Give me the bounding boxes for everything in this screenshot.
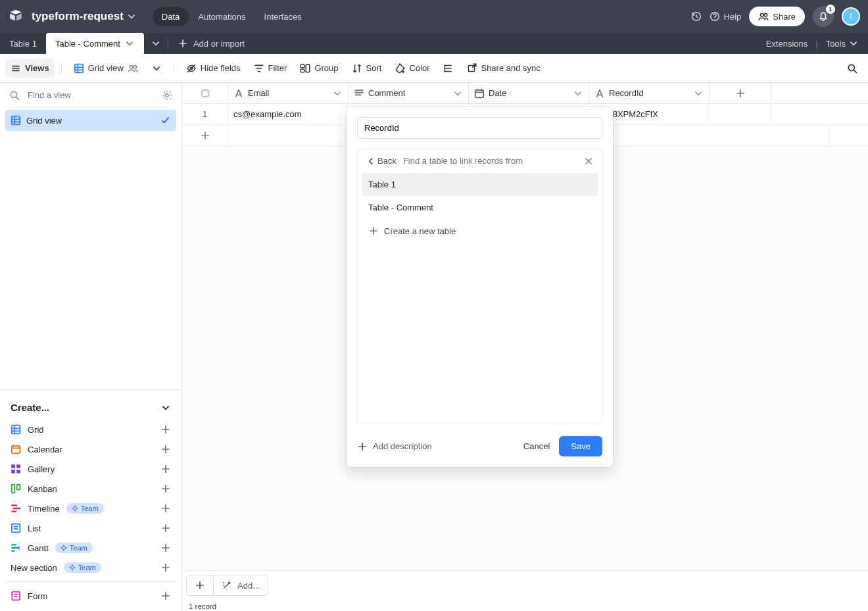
create-gallery[interactable]: Gallery — [5, 459, 176, 479]
row-number[interactable]: 1 — [182, 104, 228, 124]
view-menu-button[interactable] — [146, 59, 167, 78]
tab-interfaces[interactable]: Interfaces — [255, 7, 311, 26]
current-view-button[interactable]: Grid view — [68, 59, 143, 78]
plus-icon — [195, 580, 205, 591]
hide-fields-button[interactable]: Hide fields — [181, 59, 246, 78]
column-header-recordid[interactable]: RecordId — [589, 83, 710, 103]
tab-data[interactable]: Data — [153, 7, 189, 26]
plus-icon — [160, 543, 171, 553]
add-description-button[interactable]: Add description — [357, 441, 432, 452]
grid-area: Email Comment Date RecordId 1 cs@e — [182, 83, 868, 611]
tab-automations[interactable]: Automations — [189, 7, 254, 26]
group-button[interactable]: Group — [295, 59, 343, 78]
plus-icon — [160, 503, 171, 514]
grid-header-row: Email Comment Date RecordId — [182, 83, 868, 104]
cell-extra — [710, 104, 771, 124]
link-table-panel: Back Table 1 Table - Comment Create a ne… — [357, 148, 602, 424]
share-icon — [466, 63, 477, 74]
create-item-label: Gantt — [28, 543, 49, 553]
chevron-down-icon[interactable] — [573, 88, 583, 99]
share-label: Share — [773, 12, 796, 22]
filter-button[interactable]: Filter — [249, 59, 293, 78]
column-header-date[interactable]: Date — [469, 83, 589, 103]
notifications-button[interactable]: 1 — [813, 6, 834, 27]
help-button[interactable]: Help — [710, 11, 742, 22]
find-view-input[interactable] — [26, 89, 155, 101]
team-badge: Team — [64, 562, 101, 573]
gallery-icon — [11, 464, 21, 474]
add-column-button[interactable] — [710, 83, 771, 103]
longtext-icon — [354, 88, 364, 99]
table-tab-1[interactable]: Table - Comment — [46, 33, 144, 54]
plus-icon — [160, 424, 171, 435]
color-button[interactable]: Color — [389, 59, 435, 78]
color-icon — [395, 63, 405, 74]
record-count: 1 record — [182, 600, 868, 611]
plus-icon — [735, 88, 746, 99]
extensions-button[interactable]: Extensions — [766, 39, 808, 49]
create-item-label: Grid — [28, 425, 44, 435]
history-button[interactable] — [691, 11, 702, 22]
create-gantt[interactable]: Gantt Team — [5, 538, 176, 558]
create-new-table-option[interactable]: Create a new table — [362, 219, 598, 243]
field-config-popover: Back Table 1 Table - Comment Create a ne… — [347, 107, 613, 467]
tools-button[interactable]: Tools — [826, 38, 859, 49]
view-toolbar: Views Grid view Hide fields Filter Group… — [0, 54, 868, 83]
cell-email[interactable]: cs@example.com — [228, 104, 349, 124]
settings-icon[interactable] — [162, 90, 172, 101]
row-height-button[interactable] — [437, 59, 458, 78]
share-sync-button[interactable]: Share and sync — [461, 59, 545, 78]
create-list[interactable]: List — [5, 518, 176, 538]
chevron-down-icon[interactable] — [693, 88, 704, 99]
create-new-section[interactable]: New section Team — [5, 558, 176, 577]
footer-add-record-button[interactable] — [186, 575, 214, 596]
plus-icon — [160, 523, 171, 533]
wand-icon — [222, 580, 232, 591]
plus-icon — [368, 226, 379, 236]
sort-button[interactable]: Sort — [347, 59, 387, 78]
select-all-checkbox[interactable] — [182, 83, 228, 103]
plus-icon — [160, 444, 171, 454]
table-option-1[interactable]: Table - Comment — [362, 196, 598, 219]
user-avatar[interactable]: I — [842, 7, 860, 26]
find-view-search[interactable] — [0, 83, 181, 107]
chevron-down-icon[interactable] — [126, 11, 137, 22]
save-button[interactable]: Save — [559, 436, 602, 456]
create-kanban[interactable]: Kanban — [5, 479, 176, 499]
calendar-icon — [474, 88, 485, 99]
create-section-header[interactable]: Create... — [5, 395, 176, 420]
views-button[interactable]: Views — [5, 59, 55, 78]
create-timeline[interactable]: Timeline Team — [5, 499, 176, 518]
chevron-down-icon[interactable] — [452, 88, 463, 99]
search-icon — [847, 63, 857, 74]
chevron-down-icon[interactable] — [332, 88, 343, 99]
top-bar: typeform-request Data Automations Interf… — [0, 0, 868, 33]
back-button[interactable]: Back — [366, 156, 397, 166]
base-name[interactable]: typeform-request — [32, 10, 124, 23]
view-item-grid-view[interactable]: Grid view — [5, 110, 176, 131]
add-or-import-button[interactable]: Add or import — [168, 33, 254, 54]
field-name-input[interactable] — [357, 117, 602, 139]
filter-icon — [254, 63, 264, 74]
cancel-button[interactable]: Cancel — [514, 436, 559, 456]
footer-add-menu-button[interactable]: Add... — [214, 575, 268, 596]
check-icon — [160, 115, 171, 126]
new-section-label: New section — [11, 563, 57, 573]
form-icon — [11, 591, 21, 601]
table-tab-0[interactable]: Table 1 — [0, 33, 46, 54]
table-option-0[interactable]: Table 1 — [362, 173, 598, 196]
share-button[interactable]: Share — [749, 7, 805, 26]
create-grid[interactable]: Grid — [5, 420, 176, 439]
row-height-icon — [443, 63, 453, 74]
chevron-down-icon — [151, 63, 162, 74]
hide-icon — [186, 63, 197, 74]
column-header-comment[interactable]: Comment — [349, 83, 469, 103]
create-calendar[interactable]: Calendar — [5, 439, 176, 459]
search-records-button[interactable] — [842, 59, 863, 78]
app-logo[interactable] — [8, 9, 24, 24]
table-search-input[interactable] — [402, 155, 578, 166]
column-header-email[interactable]: Email — [228, 83, 349, 103]
create-form[interactable]: Form — [5, 586, 176, 606]
close-icon[interactable] — [583, 156, 594, 166]
table-tab-menu[interactable] — [144, 33, 168, 54]
